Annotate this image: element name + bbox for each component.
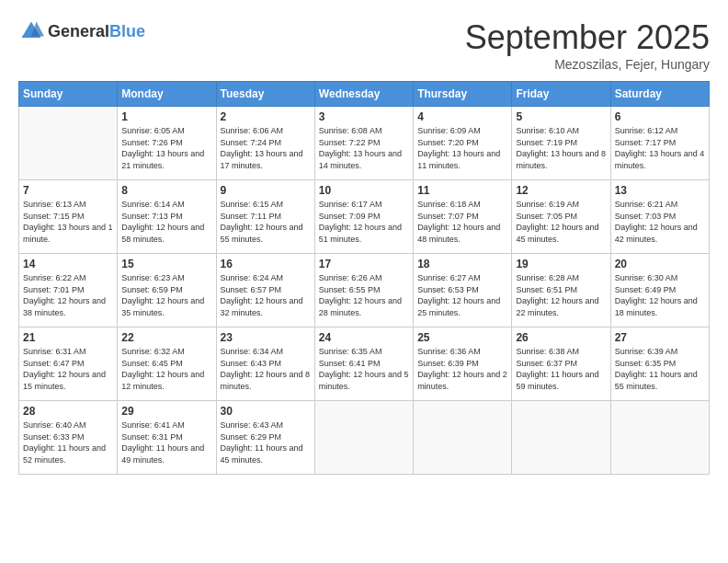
calendar-day-cell: 11Sunrise: 6:18 AM Sunset: 7:07 PM Dayli…: [414, 180, 512, 254]
calendar-day-cell: 21Sunrise: 6:31 AM Sunset: 6:47 PM Dayli…: [19, 327, 118, 401]
calendar-weekday-header: Wednesday: [314, 82, 413, 107]
calendar-day-cell: [610, 401, 709, 475]
month-title: September 2025: [465, 18, 710, 57]
calendar-weekday-header: Friday: [512, 82, 610, 107]
calendar-day-cell: 26Sunrise: 6:38 AM Sunset: 6:37 PM Dayli…: [512, 327, 610, 401]
day-info: Sunrise: 6:05 AM Sunset: 7:26 PM Dayligh…: [121, 125, 211, 171]
day-info: Sunrise: 6:38 AM Sunset: 6:37 PM Dayligh…: [516, 346, 606, 392]
calendar-day-cell: [414, 401, 512, 475]
day-info: Sunrise: 6:31 AM Sunset: 6:47 PM Dayligh…: [23, 346, 113, 392]
calendar-day-cell: 4Sunrise: 6:09 AM Sunset: 7:20 PM Daylig…: [414, 107, 512, 180]
calendar-day-cell: [512, 401, 610, 475]
day-number: 29: [121, 405, 211, 418]
day-info: Sunrise: 6:09 AM Sunset: 7:20 PM Dayligh…: [417, 125, 507, 171]
day-number: 4: [417, 110, 507, 123]
day-info: Sunrise: 6:34 AM Sunset: 6:43 PM Dayligh…: [221, 346, 311, 392]
logo-general-text: General: [48, 22, 109, 40]
calendar-weekday-header: Tuesday: [216, 82, 314, 107]
calendar-week-row: 14Sunrise: 6:22 AM Sunset: 7:01 PM Dayli…: [19, 254, 710, 327]
calendar-day-cell: 28Sunrise: 6:40 AM Sunset: 6:33 PM Dayli…: [19, 401, 118, 475]
calendar-day-cell: 8Sunrise: 6:14 AM Sunset: 7:13 PM Daylig…: [118, 180, 216, 254]
calendar-day-cell: [19, 107, 118, 180]
day-number: 1: [121, 110, 211, 123]
day-number: 21: [23, 331, 113, 344]
calendar-week-row: 7Sunrise: 6:13 AM Sunset: 7:15 PM Daylig…: [19, 180, 710, 254]
day-number: 30: [221, 405, 311, 418]
day-number: 25: [417, 331, 507, 344]
day-info: Sunrise: 6:08 AM Sunset: 7:22 PM Dayligh…: [319, 125, 409, 171]
calendar-day-cell: 22Sunrise: 6:32 AM Sunset: 6:45 PM Dayli…: [118, 327, 216, 401]
calendar-weekday-header: Saturday: [610, 82, 709, 107]
calendar-day-cell: 18Sunrise: 6:27 AM Sunset: 6:53 PM Dayli…: [414, 254, 512, 327]
day-info: Sunrise: 6:28 AM Sunset: 6:51 PM Dayligh…: [516, 272, 606, 318]
calendar-week-row: 28Sunrise: 6:40 AM Sunset: 6:33 PM Dayli…: [19, 401, 710, 475]
calendar-day-cell: 2Sunrise: 6:06 AM Sunset: 7:24 PM Daylig…: [216, 107, 314, 180]
calendar-day-cell: 1Sunrise: 6:05 AM Sunset: 7:26 PM Daylig…: [118, 107, 216, 180]
calendar-day-cell: 13Sunrise: 6:21 AM Sunset: 7:03 PM Dayli…: [610, 180, 709, 254]
day-info: Sunrise: 6:06 AM Sunset: 7:24 PM Dayligh…: [221, 125, 311, 171]
day-info: Sunrise: 6:21 AM Sunset: 7:03 PM Dayligh…: [615, 199, 705, 245]
day-number: 2: [221, 110, 311, 123]
calendar-day-cell: 17Sunrise: 6:26 AM Sunset: 6:55 PM Dayli…: [314, 254, 413, 327]
calendar-day-cell: 23Sunrise: 6:34 AM Sunset: 6:43 PM Dayli…: [216, 327, 314, 401]
day-number: 19: [516, 258, 606, 270]
calendar-weekday-header: Thursday: [414, 82, 512, 107]
day-info: Sunrise: 6:41 AM Sunset: 6:31 PM Dayligh…: [121, 419, 211, 465]
day-number: 3: [319, 110, 409, 123]
calendar-week-row: 21Sunrise: 6:31 AM Sunset: 6:47 PM Dayli…: [19, 327, 710, 401]
day-number: 10: [319, 184, 409, 197]
day-info: Sunrise: 6:18 AM Sunset: 7:07 PM Dayligh…: [417, 199, 507, 245]
day-info: Sunrise: 6:14 AM Sunset: 7:13 PM Dayligh…: [121, 199, 211, 245]
day-info: Sunrise: 6:19 AM Sunset: 7:05 PM Dayligh…: [516, 199, 606, 245]
day-number: 13: [615, 184, 705, 197]
calendar-weekday-header: Sunday: [19, 82, 118, 107]
day-number: 14: [23, 258, 113, 270]
logo: GeneralBlue: [18, 18, 145, 44]
calendar-day-cell: 29Sunrise: 6:41 AM Sunset: 6:31 PM Dayli…: [118, 401, 216, 475]
day-info: Sunrise: 6:12 AM Sunset: 7:17 PM Dayligh…: [615, 125, 705, 171]
calendar-day-cell: 16Sunrise: 6:24 AM Sunset: 6:57 PM Dayli…: [216, 254, 314, 327]
calendar-day-cell: 5Sunrise: 6:10 AM Sunset: 7:19 PM Daylig…: [512, 107, 610, 180]
day-info: Sunrise: 6:35 AM Sunset: 6:41 PM Dayligh…: [319, 346, 409, 392]
day-number: 9: [221, 184, 311, 197]
calendar-weekday-header: Monday: [118, 82, 216, 107]
day-info: Sunrise: 6:24 AM Sunset: 6:57 PM Dayligh…: [221, 272, 311, 318]
day-number: 12: [516, 184, 606, 197]
day-info: Sunrise: 6:26 AM Sunset: 6:55 PM Dayligh…: [319, 272, 409, 318]
day-info: Sunrise: 6:15 AM Sunset: 7:11 PM Dayligh…: [221, 199, 311, 245]
calendar-day-cell: 25Sunrise: 6:36 AM Sunset: 6:39 PM Dayli…: [414, 327, 512, 401]
calendar-day-cell: 30Sunrise: 6:43 AM Sunset: 6:29 PM Dayli…: [216, 401, 314, 475]
calendar-day-cell: 19Sunrise: 6:28 AM Sunset: 6:51 PM Dayli…: [512, 254, 610, 327]
day-info: Sunrise: 6:23 AM Sunset: 6:59 PM Dayligh…: [121, 272, 211, 318]
day-number: 15: [121, 258, 211, 270]
day-info: Sunrise: 6:27 AM Sunset: 6:53 PM Dayligh…: [417, 272, 507, 318]
calendar-day-cell: 10Sunrise: 6:17 AM Sunset: 7:09 PM Dayli…: [314, 180, 413, 254]
day-number: 24: [319, 331, 409, 344]
calendar-day-cell: 15Sunrise: 6:23 AM Sunset: 6:59 PM Dayli…: [118, 254, 216, 327]
day-number: 26: [516, 331, 606, 344]
calendar-day-cell: 3Sunrise: 6:08 AM Sunset: 7:22 PM Daylig…: [314, 107, 413, 180]
day-number: 7: [23, 184, 113, 197]
day-info: Sunrise: 6:36 AM Sunset: 6:39 PM Dayligh…: [417, 346, 507, 392]
calendar-day-cell: 14Sunrise: 6:22 AM Sunset: 7:01 PM Dayli…: [19, 254, 118, 327]
title-block: September 2025 Mezoszilas, Fejer, Hungar…: [465, 18, 710, 72]
day-number: 18: [417, 258, 507, 270]
day-info: Sunrise: 6:13 AM Sunset: 7:15 PM Dayligh…: [23, 199, 113, 245]
day-info: Sunrise: 6:32 AM Sunset: 6:45 PM Dayligh…: [121, 346, 211, 392]
day-number: 23: [221, 331, 311, 344]
day-info: Sunrise: 6:17 AM Sunset: 7:09 PM Dayligh…: [319, 199, 409, 245]
calendar-day-cell: 20Sunrise: 6:30 AM Sunset: 6:49 PM Dayli…: [610, 254, 709, 327]
calendar-day-cell: 24Sunrise: 6:35 AM Sunset: 6:41 PM Dayli…: [314, 327, 413, 401]
logo-icon: [18, 18, 44, 44]
day-number: 27: [615, 331, 705, 344]
calendar-day-cell: 9Sunrise: 6:15 AM Sunset: 7:11 PM Daylig…: [216, 180, 314, 254]
calendar-header-row: SundayMondayTuesdayWednesdayThursdayFrid…: [19, 82, 710, 107]
day-number: 17: [319, 258, 409, 270]
day-info: Sunrise: 6:43 AM Sunset: 6:29 PM Dayligh…: [221, 419, 311, 465]
page-header: GeneralBlue September 2025 Mezoszilas, F…: [18, 18, 710, 72]
day-number: 16: [221, 258, 311, 270]
day-number: 22: [121, 331, 211, 344]
day-info: Sunrise: 6:39 AM Sunset: 6:35 PM Dayligh…: [615, 346, 705, 392]
day-number: 6: [615, 110, 705, 123]
day-number: 8: [121, 184, 211, 197]
